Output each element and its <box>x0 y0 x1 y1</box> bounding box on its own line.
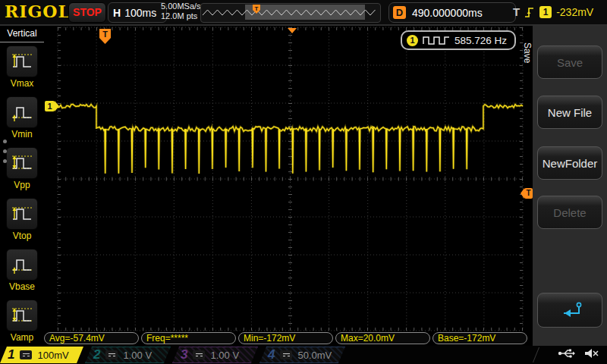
rigol-logo: RIGOL <box>5 2 71 21</box>
menu-item-vtop[interactable]: Vtop <box>0 198 44 241</box>
channel1-marker-arrow <box>55 101 59 111</box>
menu-tab-save: Save <box>522 42 533 63</box>
channel-1-number: 1 <box>8 347 14 362</box>
vamp-label: Vamp <box>0 332 44 343</box>
vtop-button[interactable] <box>6 198 38 230</box>
vamp-button[interactable] <box>6 300 38 331</box>
measurement-max: Max=20.0mV <box>335 332 430 344</box>
vbase-button[interactable] <box>6 249 38 281</box>
vpp-button[interactable] <box>6 147 38 179</box>
vmax-button[interactable] <box>6 46 38 77</box>
graticule-and-trace <box>44 24 533 346</box>
menu-title: Vertical <box>0 24 44 42</box>
trigger-readout: T 1 -232mV <box>513 2 593 21</box>
acquisition-info: 5.00MSa/s 12.0M pts <box>161 2 201 21</box>
menu-item-vmax[interactable]: Vmax <box>0 46 44 89</box>
measurement-avg: Avg=-57.4mV <box>44 332 139 344</box>
channel-1-scale: 100mV <box>37 350 68 361</box>
channel-3-coupling-icon <box>193 350 205 359</box>
new-folder-button[interactable]: NewFolder <box>537 146 602 180</box>
timebase-value: 100ms <box>124 7 156 19</box>
vamp-icon <box>10 305 34 326</box>
trigger-marker-label: T <box>524 188 533 199</box>
channel-2-coupling-icon <box>105 350 118 359</box>
vmin-button[interactable] <box>6 96 38 128</box>
save-button[interactable]: Save <box>537 46 602 79</box>
delay-badge: D <box>393 6 406 19</box>
channel-3-tab[interactable]: 3 1.00 V <box>172 347 258 363</box>
status-divider <box>533 347 539 362</box>
menu-page-indicator <box>3 140 7 163</box>
back-button[interactable] <box>537 293 602 328</box>
channel-4-number: 4 <box>268 347 275 362</box>
run-state-indicator: STOP <box>68 2 106 23</box>
vertical-measure-menu: Vertical Vmax Vmin <box>0 24 44 346</box>
vbase-label: Vbase <box>0 281 44 292</box>
measurement-bar: Avg=-57.4mV Freq=***** Min=-172mV Max=20… <box>44 332 533 346</box>
trigger-label: T <box>513 5 520 18</box>
vmin-icon <box>10 102 34 123</box>
header-bar: RIGOL STOP H 100ms 5.00MSa/s 12.0M pts T… <box>0 0 607 26</box>
delay-value: 490.000000ms <box>412 7 483 19</box>
rising-edge-icon <box>524 5 535 19</box>
channel-1-coupling-icon <box>20 350 32 359</box>
overview-waveform: T <box>201 4 379 20</box>
menu-item-vbase[interactable]: Vbase <box>0 249 44 292</box>
speaker-muted-icon <box>583 347 599 359</box>
vtop-icon <box>10 203 34 224</box>
softkey-panel: Save New File NewFolder Delete <box>533 24 607 346</box>
channel1-marker-label: 1 <box>45 101 55 111</box>
delete-button[interactable]: Delete <box>537 196 602 229</box>
menu-item-vmin[interactable]: Vmin <box>0 96 44 140</box>
counter-channel-badge: 1 <box>407 35 418 46</box>
frequency-counter: 1 585.726 Hz <box>401 30 516 50</box>
measurement-freq: Freq=***** <box>141 332 236 344</box>
channel-2-tab[interactable]: 2 1.00 V <box>85 347 171 363</box>
usb-icon <box>558 347 576 359</box>
vpp-icon <box>10 152 34 174</box>
channel-2-number: 2 <box>93 347 100 362</box>
counter-value: 585.726 Hz <box>454 35 507 46</box>
channel-1-tab[interactable]: 1 100mV <box>0 347 83 363</box>
svg-text:T: T <box>255 5 259 12</box>
memory-depth: 12.0M pts <box>161 11 201 21</box>
channel-2-scale: 1.00 V <box>123 350 152 361</box>
channel-status-bar: 1 100mV 2 1.00 V 3 1.00 V 4 50.0mV <box>0 346 607 364</box>
graticule-area: T 1 585.726 Hz 1 T Avg=-57.4mV Freq=****… <box>44 24 533 346</box>
delay-center-marker[interactable] <box>288 28 297 33</box>
sample-rate: 5.00MSa/s <box>161 2 201 11</box>
channel1-level-marker[interactable]: 1 <box>45 101 59 111</box>
vpp-label: Vpp <box>0 180 44 190</box>
trigger-level-marker[interactable]: T <box>521 188 533 199</box>
return-arrow-icon <box>555 300 585 320</box>
channel-4-tab[interactable]: 4 50.0mV <box>259 347 345 363</box>
vtop-label: Vtop <box>0 231 44 241</box>
trigger-level-value: -232mV <box>556 6 593 18</box>
menu-item-vamp[interactable]: Vamp <box>0 300 44 343</box>
vmax-icon <box>10 51 34 72</box>
oscilloscope-screen: RIGOL STOP H 100ms 5.00MSa/s 12.0M pts T… <box>0 0 607 364</box>
vbase-icon <box>10 254 34 275</box>
measurement-min: Min=-172mV <box>238 332 333 344</box>
measurement-base: Base=-172mV <box>432 332 527 344</box>
channel-3-number: 3 <box>181 347 187 362</box>
channel-4-coupling-icon <box>280 350 292 359</box>
waveform-overview-bar: T <box>200 3 381 23</box>
square-wave-icon <box>423 35 450 46</box>
h-label: H <box>113 7 121 19</box>
new-file-button[interactable]: New File <box>537 96 602 129</box>
vmax-label: Vmax <box>0 78 44 89</box>
horizontal-timebase-readout: H 100ms <box>108 2 167 23</box>
trigger-source-badge: 1 <box>539 6 552 18</box>
system-status-icons <box>558 347 599 359</box>
channel-3-scale: 1.00 V <box>210 350 239 361</box>
delay-readout: D 490.000000ms <box>388 2 516 23</box>
vmin-label: Vmin <box>0 129 44 140</box>
channel-4-scale: 50.0mV <box>297 350 332 361</box>
